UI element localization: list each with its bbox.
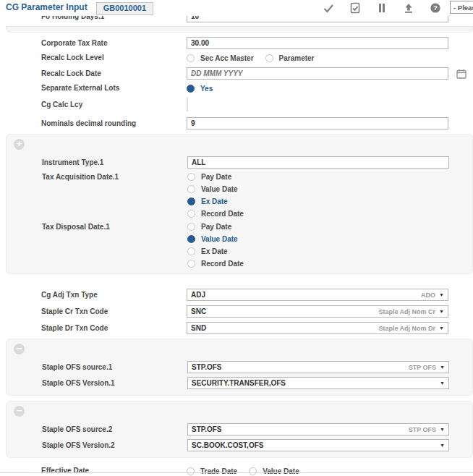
radio-label: Value Date bbox=[263, 467, 299, 475]
staple-ofs-version-1-select[interactable]: SECURITY.TRANSFER,OFS ▼ bbox=[187, 377, 449, 389]
radio-pay-date[interactable]: Pay Date bbox=[187, 223, 244, 231]
radio-label: Parameter bbox=[279, 54, 315, 62]
radio-sec-acc-master[interactable]: Sec Acc Master bbox=[187, 54, 254, 62]
radio-circle-icon bbox=[265, 54, 273, 62]
radio-circle-icon bbox=[187, 173, 195, 181]
chevron-down-icon: ▼ bbox=[440, 443, 445, 448]
field-row-staple-ofs-version-1: Staple OFS Version.1 SECURITY.TRANSFER,O… bbox=[7, 377, 472, 389]
cg-parameter-input-screen: CG Parameter Input GB0010001 bbox=[0, 0, 473, 476]
radio-label: Record Date bbox=[201, 260, 244, 268]
staple-cr-txn-code-select[interactable]: SNC Staple Adj Nom Cr ▼ bbox=[187, 305, 448, 318]
staple-ofs-source-2-select[interactable]: STP.OFS STP OFS ▼ bbox=[187, 423, 449, 435]
radio-label: Pay Date bbox=[201, 173, 231, 181]
header: CG Parameter Input GB0010001 bbox=[0, 0, 473, 16]
page-title: CG Parameter Input bbox=[6, 2, 88, 13]
staple-ofs-source-1-select[interactable]: STP.OFS STP OFS ▼ bbox=[187, 361, 449, 373]
radio-label: Trade Date bbox=[200, 467, 237, 475]
field-row-tax-acquisition-date-1: Tax Acquisition Date.1 Pay Date Value Da… bbox=[7, 173, 472, 222]
radio-label: Ex Date bbox=[201, 247, 228, 255]
form-block-3: Effective Date Trade Date Value Date Ret… bbox=[0, 463, 473, 476]
upload-icon[interactable] bbox=[402, 1, 414, 14]
field-label: Instrument Type.1 bbox=[7, 158, 187, 167]
toolbar: ? bbox=[322, 1, 441, 14]
radio-value-date[interactable]: Value Date bbox=[249, 467, 299, 475]
cg-calc-lcy-box[interactable] bbox=[187, 98, 188, 111]
radio-circle-icon bbox=[187, 247, 195, 255]
field-row-effective-date: Effective Date Trade Date Value Date bbox=[0, 467, 473, 475]
hold-pause-icon[interactable] bbox=[375, 1, 388, 14]
chevron-down-icon: ▼ bbox=[439, 326, 444, 331]
tools-dropdown[interactable]: - Pleas bbox=[450, 1, 473, 14]
radio-circle-icon bbox=[187, 467, 195, 475]
calendar-icon[interactable] bbox=[456, 69, 466, 79]
expand-icon[interactable]: + bbox=[14, 139, 25, 150]
field-label: Staple Dr Txn Code bbox=[0, 324, 187, 333]
multivalue-panel-1: + Instrument Type.1 Tax Acquisition Date… bbox=[6, 134, 473, 274]
recalc-lock-date-input[interactable] bbox=[187, 67, 448, 80]
select-enrichment: STP OFS bbox=[409, 364, 436, 371]
field-label: Cg Adj Txn Type bbox=[0, 291, 187, 299]
bottom-divider bbox=[0, 472, 473, 473]
field-row-holding-days: Fo Holding Days.1 bbox=[0, 16, 473, 22]
validate-document-icon[interactable] bbox=[349, 1, 361, 14]
radio-pay-date[interactable]: Pay Date bbox=[187, 173, 244, 181]
field-row-staple-ofs-source-2: Staple OFS source.2 STP.OFS STP OFS ▼ bbox=[7, 423, 472, 435]
radio-circle-icon bbox=[249, 467, 257, 475]
holding-days-input[interactable] bbox=[187, 16, 448, 22]
nominals-decimal-rounding-input[interactable] bbox=[187, 117, 448, 129]
radio-ex-date[interactable]: Ex Date bbox=[187, 197, 244, 205]
chevron-down-icon: ▼ bbox=[440, 381, 445, 386]
staple-dr-txn-code-select[interactable]: SND Staple Adj Nom Dr ▼ bbox=[187, 322, 448, 334]
select-value: STP.OFS bbox=[192, 363, 409, 371]
radio-value-date[interactable]: Value Date bbox=[187, 185, 244, 193]
radio-label: Sec Acc Master bbox=[200, 54, 254, 62]
radio-record-date[interactable]: Record Date bbox=[187, 210, 244, 218]
radio-circle-icon bbox=[187, 223, 195, 231]
radio-value-date[interactable]: Value Date bbox=[187, 235, 244, 243]
radio-yes[interactable]: Yes bbox=[187, 85, 213, 93]
chevron-down-icon: ▼ bbox=[440, 427, 445, 432]
radio-label: Pay Date bbox=[201, 223, 231, 231]
instrument-type-input[interactable] bbox=[187, 156, 449, 169]
field-label: Separate External Lots bbox=[0, 84, 187, 93]
radio-parameter[interactable]: Parameter bbox=[265, 54, 315, 62]
radio-label: Value Date bbox=[201, 235, 238, 243]
field-label: Cg Calc Lcy bbox=[0, 101, 187, 109]
chevron-down-icon: ▼ bbox=[439, 292, 444, 297]
select-enrichment: Staple Adj Nom Dr bbox=[378, 325, 435, 332]
select-enrichment: ADO bbox=[421, 292, 435, 299]
clipped-row-zone: Fo Holding Days.1 bbox=[0, 16, 473, 26]
field-label: Staple OFS source.2 bbox=[7, 425, 187, 434]
cg-adj-txn-type-select[interactable]: ADJ ADO ▼ bbox=[187, 289, 448, 301]
collapse-icon[interactable]: − bbox=[14, 406, 25, 417]
multivalue-panel-2: − Staple OFS source.1 STP.OFS STP OFS ▼ … bbox=[6, 339, 473, 396]
radio-circle-icon bbox=[187, 260, 195, 268]
field-label: Fo Holding Days.1 bbox=[0, 16, 187, 21]
field-row-nominals-decimal-rounding: Nominals decimal rounding bbox=[0, 117, 473, 129]
radio-record-date[interactable]: Record Date bbox=[187, 260, 244, 268]
select-value: SND bbox=[191, 324, 378, 332]
radio-trade-date[interactable]: Trade Date bbox=[187, 467, 237, 475]
corporate-tax-rate-input[interactable] bbox=[187, 37, 448, 49]
field-label: Tax Disposal Date.1 bbox=[7, 223, 187, 231]
field-label: Staple OFS Version.2 bbox=[7, 441, 187, 450]
field-row-cg-adj-txn-type: Cg Adj Txn Type ADJ ADO ▼ bbox=[0, 289, 473, 301]
field-label: Staple OFS source.1 bbox=[7, 363, 187, 372]
select-value: ADJ bbox=[191, 291, 421, 299]
field-row-recalc-lock-date: Recalc Lock Date bbox=[0, 67, 473, 80]
field-label: Nominals decimal rounding bbox=[0, 119, 187, 128]
chevron-down-icon: ▼ bbox=[440, 365, 445, 370]
radio-ex-date[interactable]: Ex Date bbox=[187, 247, 244, 255]
radio-circle-icon bbox=[187, 185, 195, 193]
field-label: Corporate Tax Rate bbox=[0, 39, 187, 48]
help-icon[interactable]: ? bbox=[429, 1, 441, 14]
field-row-separate-external-lots: Separate External Lots Yes bbox=[0, 84, 473, 93]
commit-check-icon[interactable] bbox=[322, 1, 334, 14]
field-row-staple-dr-txn-code: Staple Dr Txn Code SND Staple Adj Nom Dr… bbox=[0, 322, 473, 334]
field-row-staple-ofs-version-2: Staple OFS Version.2 SC.BOOK.COST,OFS ▼ bbox=[7, 439, 472, 451]
staple-ofs-version-2-select[interactable]: SC.BOOK.COST,OFS ▼ bbox=[187, 439, 449, 451]
field-label: Staple OFS Version.1 bbox=[7, 379, 187, 388]
collapse-icon[interactable]: − bbox=[14, 344, 25, 354]
record-id-badge: GB0010001 bbox=[96, 2, 153, 15]
radio-label: Yes bbox=[200, 85, 213, 93]
